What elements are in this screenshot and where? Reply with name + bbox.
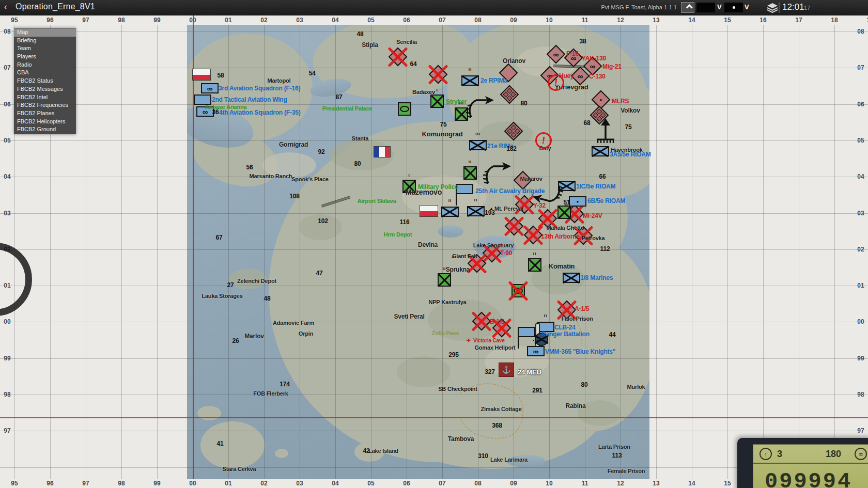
menu-item-fbcb2-frequencies[interactable]: FBCB2 Frequencies xyxy=(14,101,76,109)
grid-label-top: 01 xyxy=(225,17,231,24)
elevation-label: 47 xyxy=(316,270,323,277)
collapse-chevron-button[interactable] xyxy=(681,2,694,13)
place-label: Sencilia xyxy=(396,39,417,45)
unit-label: Presidential Palace xyxy=(322,105,372,112)
tactical-arrow[interactable] xyxy=(466,95,495,121)
gps-screen: ↑ 3 180 ≈ 099994 xyxy=(753,444,868,488)
elevation-label: 80 xyxy=(521,100,528,107)
tactical-arrow[interactable] xyxy=(594,117,617,146)
place-label: Marlov xyxy=(244,333,264,340)
grid-line-horizontal xyxy=(0,32,868,32)
channel-swatch-1[interactable] xyxy=(696,3,715,12)
grid-label-right: 00 xyxy=(857,318,864,325)
menu-item-fbcb2-intel[interactable]: FBCB2 Intel xyxy=(14,93,76,102)
unit-label: 24 MEU xyxy=(518,368,541,376)
grid-label-bottom: 07 xyxy=(439,480,445,487)
menu-item-players[interactable]: Players xyxy=(14,53,76,61)
unit-size-mark: II xyxy=(460,160,480,164)
grid-label-bottom: 95 xyxy=(11,480,18,487)
grid-line-vertical xyxy=(407,25,407,479)
place-label: Gornigrad xyxy=(279,141,308,148)
place-label: FOB Flerberk xyxy=(253,390,288,397)
independent-unit-marker[interactable]: II xyxy=(525,255,545,275)
grid-label-left: 07 xyxy=(4,64,10,71)
unit-label: Airport Skilava xyxy=(358,198,396,204)
blufor-unit-marker[interactable]: II xyxy=(562,268,581,288)
grid-line-vertical xyxy=(335,25,336,479)
elevation-label: 193 xyxy=(485,209,494,216)
place-label: Stanta xyxy=(352,135,368,141)
flag-poland[interactable] xyxy=(192,69,211,81)
menu-item-fbcb2-ground[interactable]: FBCB2 Ground xyxy=(14,125,76,134)
unit-size-mark: II xyxy=(525,251,545,256)
place-label: Gomax Heliport xyxy=(474,344,515,351)
opfor-unit-marker[interactable] xyxy=(388,47,408,67)
grid-line-vertical xyxy=(692,25,692,479)
grid-label-right: 05 xyxy=(857,137,864,144)
opfor-unit-marker[interactable] xyxy=(504,216,524,236)
grid-line-vertical xyxy=(585,25,585,479)
mission-title: Operation_Erne_8V1 xyxy=(16,2,95,11)
menu-item-radio[interactable]: Radio xyxy=(14,61,76,69)
opfor-unit-marker[interactable]: ∞ xyxy=(546,44,566,64)
unit-label: 1/8 Marines xyxy=(580,274,613,281)
opfor-unit-marker[interactable] xyxy=(523,225,543,245)
channel-swatch-2[interactable] xyxy=(724,3,743,12)
menu-item-map[interactable]: Map xyxy=(14,28,76,37)
grid-line-vertical xyxy=(763,25,764,479)
blufor-unit-marker[interactable]: ∞••• xyxy=(526,341,546,361)
menu-item-briefing[interactable]: Briefing xyxy=(14,37,76,45)
unit-label: 3A5/5e RIOAM xyxy=(610,151,651,158)
elevation-label: 27 xyxy=(227,281,234,289)
flag-france[interactable] xyxy=(374,146,391,158)
place-label: Zimaks Cottage xyxy=(481,406,521,412)
elevation-label: 64 xyxy=(410,60,417,68)
grid-label-right: 01 xyxy=(857,282,864,289)
grid-line-vertical xyxy=(121,25,122,479)
place-label: Makarov xyxy=(520,176,542,182)
tactical-arrow[interactable] xyxy=(483,161,512,187)
grid-label-top: 98 xyxy=(118,17,125,24)
grid-label-top: 13 xyxy=(653,17,659,24)
opfor-unit-marker[interactable] xyxy=(504,121,523,141)
menu-item-team[interactable]: Team xyxy=(14,44,76,53)
blufor-unit-marker[interactable]: II xyxy=(440,202,460,222)
blufor-unit-marker[interactable]: II xyxy=(460,71,480,90)
grid-label-bottom: 09 xyxy=(510,480,517,487)
grid-label-top: 04 xyxy=(332,17,338,24)
grid-label-left: 00 xyxy=(4,318,10,325)
place-label: SB Checkpoint xyxy=(438,386,477,392)
unit-label: Military Police xyxy=(418,183,458,191)
flag-poland[interactable] xyxy=(420,205,438,217)
flag-usmc[interactable]: ⚓ xyxy=(499,363,514,377)
unit-label: MLRS xyxy=(612,98,629,105)
grid-label-top: 11 xyxy=(582,17,588,24)
blufor-unit-marker[interactable]: III xyxy=(468,135,488,155)
blufor-unit-marker[interactable]: II xyxy=(466,201,486,221)
independent-unit-marker[interactable] xyxy=(508,281,528,301)
top-bar: ‹ Operation_Erne_8V1 Pvt MSG F. Toast, A… xyxy=(0,0,868,15)
menu-item-fbcb2-status[interactable]: FBCB2 Status xyxy=(14,77,76,85)
layers-icon[interactable] xyxy=(766,3,779,13)
elevation-label: 113 xyxy=(612,452,622,459)
dropdown-1-arrow[interactable]: V xyxy=(717,3,722,11)
opfor-unit-marker[interactable] xyxy=(500,85,519,104)
elevation-label: 291 xyxy=(532,387,542,394)
grid-label-bottom: 13 xyxy=(653,480,659,487)
menu-item-fbcb2-helicopters[interactable]: FBCB2 Helicopters xyxy=(14,118,76,126)
place-label: Petrovka xyxy=(582,235,605,241)
place-label: Lake Island xyxy=(368,448,398,454)
menu-item-cba[interactable]: CBA xyxy=(14,69,76,77)
player-info: Pvt MSG F. Toast, Alpha 1-1 1 xyxy=(548,4,677,10)
opfor-unit-marker[interactable] xyxy=(428,65,448,84)
back-icon[interactable]: ‹ xyxy=(4,2,7,12)
dropdown-2-arrow[interactable]: V xyxy=(745,3,749,11)
opfor-unit-marker[interactable] xyxy=(472,311,491,331)
place-label: Martopol xyxy=(268,77,291,84)
independent-unit-marker[interactable]: II xyxy=(460,163,480,183)
independent-unit-marker[interactable] xyxy=(395,99,414,119)
elevation-label: 44 xyxy=(609,331,616,338)
unit-label: 2e RPIMa xyxy=(481,77,507,84)
menu-item-fbcb2-messages[interactable]: FBCB2 Messages xyxy=(14,85,76,93)
menu-item-fbcb2-planes[interactable]: FBCB2 Planes xyxy=(14,109,76,118)
